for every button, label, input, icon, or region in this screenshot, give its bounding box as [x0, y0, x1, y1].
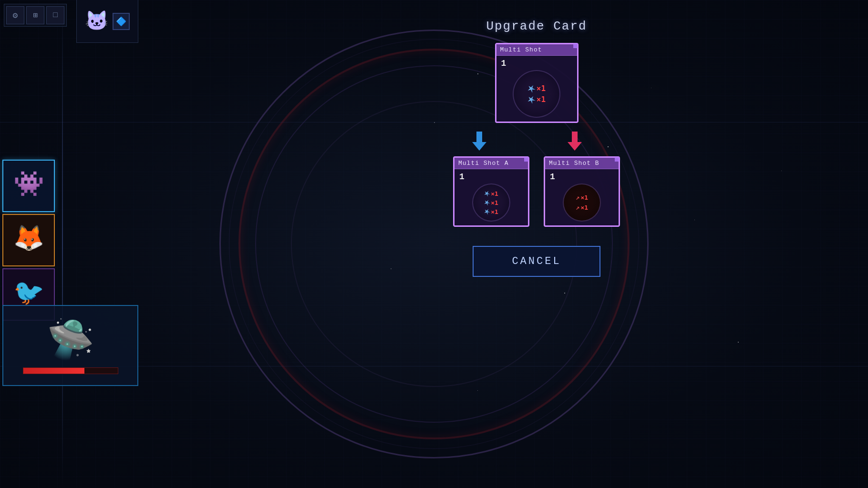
- arrows-container: [472, 132, 582, 151]
- cancel-button[interactable]: CANCEL: [473, 246, 600, 277]
- char-avatar-2: 🦊: [13, 228, 44, 253]
- choice-row: Multi Shot A 1 ×1 ×1 ×1 Multi Shot B: [453, 156, 620, 227]
- health-bar: [23, 367, 118, 374]
- card-b-circle: ↗ ×1 ↗ ×1: [563, 183, 601, 222]
- main-card-level: 1: [500, 59, 573, 68]
- char-avatar-3: 🐦: [13, 282, 44, 307]
- main-shot-row-1: ×1: [527, 84, 546, 93]
- card-a-shot-3: ×1: [484, 208, 498, 215]
- main-card-title: Multi Shot: [496, 44, 577, 56]
- ship-panel: 🛸: [2, 305, 138, 386]
- char-avatar-1: 👾: [13, 173, 44, 198]
- arrow-left: [472, 132, 486, 151]
- main-shot-row-2: ×1: [527, 95, 546, 104]
- toolbar: ⚙ ⊞ □: [4, 4, 67, 27]
- char-item-1[interactable]: 👾: [2, 160, 55, 212]
- health-fill: [23, 368, 85, 374]
- char-item-2[interactable]: 🦊: [2, 214, 55, 266]
- card-a-level: 1: [458, 172, 524, 182]
- ship-avatar: 🛸: [47, 317, 94, 364]
- main-content: Upgrade Card Multi Shot 1 ×1 ×1 Multi Sh…: [205, 0, 868, 488]
- card-choice-a[interactable]: Multi Shot A 1 ×1 ×1 ×1: [453, 156, 529, 227]
- card-a-shot-1: ×1: [484, 190, 498, 197]
- sword-icon-2: [526, 94, 537, 105]
- character-panel: 🐱 🔷: [76, 0, 138, 43]
- tech-border: [62, 0, 63, 488]
- main-card[interactable]: Multi Shot 1 ×1 ×1: [495, 43, 579, 123]
- card-b-level: 1: [549, 172, 615, 182]
- card-b-shot-1: ↗ ×1: [576, 193, 588, 202]
- upgrade-title: Upgrade Card: [486, 19, 587, 33]
- character-badge: 🔷: [113, 13, 130, 30]
- main-character-avatar: 🐱: [85, 10, 109, 33]
- arrow-right: [568, 132, 582, 151]
- shot-count-2: ×1: [537, 95, 546, 104]
- sword-icon-1: [526, 83, 537, 94]
- shot-count-1: ×1: [537, 84, 546, 93]
- grid-icon[interactable]: ⊞: [26, 6, 44, 24]
- card-b-title: Multi Shot B: [545, 158, 619, 169]
- card-a-title: Multi Shot A: [455, 158, 528, 169]
- settings-icon[interactable]: ⚙: [6, 6, 24, 24]
- card-b-shot-2: ↗ ×1: [576, 203, 588, 212]
- card-a-shot-2: ×1: [484, 199, 498, 206]
- window-icon[interactable]: □: [46, 6, 64, 24]
- main-card-circle: ×1 ×1: [513, 70, 560, 118]
- card-choice-b[interactable]: Multi Shot B 1 ↗ ×1 ↗ ×1: [544, 156, 620, 227]
- card-a-circle: ×1 ×1 ×1: [472, 183, 510, 222]
- character-list: 👾 🦊 🐦: [2, 160, 55, 321]
